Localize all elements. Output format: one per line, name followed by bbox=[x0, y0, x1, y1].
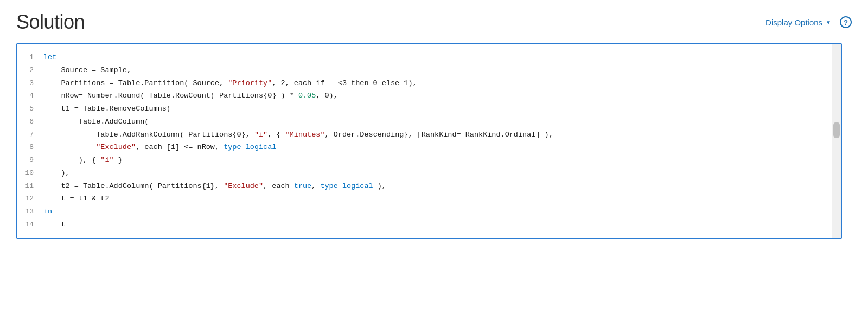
chevron-down-icon: ▼ bbox=[826, 20, 831, 25]
line-content: t1 = Table.RemoveColumns( bbox=[43, 102, 171, 115]
line-content: let bbox=[43, 51, 56, 64]
code-token: t bbox=[43, 220, 66, 229]
line-content: Table.AddColumn( bbox=[43, 115, 149, 128]
line-number: 1 bbox=[17, 51, 43, 64]
page-title: Solution bbox=[16, 11, 85, 34]
header-right: Display Options ▼ ? bbox=[762, 16, 852, 29]
page-container: Solution Display Options ▼ ? 1let2 Sourc… bbox=[0, 0, 868, 312]
header: Solution Display Options ▼ ? bbox=[16, 11, 852, 34]
display-options-button[interactable]: Display Options ▼ bbox=[762, 16, 834, 29]
line-number: 8 bbox=[17, 141, 43, 154]
code-token: "Priority" bbox=[228, 79, 272, 87]
code-token: , { bbox=[267, 131, 285, 139]
code-token: Table.AddColumn( bbox=[43, 118, 149, 126]
code-token: Partitions = Table.Partition( Source, bbox=[43, 79, 228, 87]
code-token: nRow= Number.Round( Table.RowCount( Part… bbox=[43, 92, 298, 100]
line-content: t bbox=[43, 218, 66, 231]
code-line: 6 Table.AddColumn( bbox=[17, 115, 841, 128]
line-content: Table.AddRankColumn( Partitions{0}, "i",… bbox=[43, 128, 553, 141]
code-line: 9 ), { "i" } bbox=[17, 154, 841, 167]
line-number: 14 bbox=[17, 219, 43, 231]
code-token: Source = Sample, bbox=[43, 66, 131, 74]
code-line: 13in bbox=[17, 205, 841, 218]
code-token: ), { bbox=[43, 156, 100, 164]
code-line: 1let bbox=[17, 51, 841, 64]
code-line: 4 nRow= Number.Round( Table.RowCount( Pa… bbox=[17, 89, 841, 102]
code-token: "Minutes" bbox=[285, 131, 325, 139]
line-number: 13 bbox=[17, 206, 43, 218]
line-number: 12 bbox=[17, 193, 43, 205]
code-token: } bbox=[114, 156, 123, 164]
code-token: ), bbox=[43, 169, 70, 177]
code-block[interactable]: 1let2 Source = Sample,3 Partitions = Tab… bbox=[17, 51, 841, 231]
line-number: 9 bbox=[17, 154, 43, 167]
code-token: t = t1 & t2 bbox=[43, 194, 110, 203]
code-token: let bbox=[43, 53, 56, 61]
line-content: "Exclude", each [i] <= nRow, type logica… bbox=[43, 141, 276, 154]
help-button[interactable]: ? bbox=[840, 16, 852, 28]
code-token: "Exclude" bbox=[43, 143, 136, 151]
line-content: Source = Sample, bbox=[43, 64, 131, 77]
bottom-spacer bbox=[16, 239, 852, 261]
code-token: type logical bbox=[320, 182, 373, 190]
code-line: 7 Table.AddRankColumn( Partitions{0}, "i… bbox=[17, 128, 841, 141]
code-token: type logical bbox=[224, 143, 276, 151]
code-token: true bbox=[294, 182, 311, 190]
line-content: in bbox=[43, 205, 52, 218]
code-token: , Order.Descending}, [RankKind= RankKind… bbox=[325, 131, 553, 139]
code-token: , 2, each if _ <3 then 0 else 1), bbox=[272, 79, 417, 87]
display-options-label: Display Options bbox=[765, 18, 822, 27]
line-number: 5 bbox=[17, 103, 43, 115]
code-token: t1 = Table.RemoveColumns( bbox=[43, 105, 171, 113]
help-icon-label: ? bbox=[844, 18, 848, 27]
code-line: 3 Partitions = Table.Partition( Source, … bbox=[17, 77, 841, 90]
line-number: 10 bbox=[17, 167, 43, 180]
code-token: 0.05 bbox=[298, 92, 316, 100]
code-token: , each bbox=[263, 182, 294, 190]
code-token: "Exclude" bbox=[224, 182, 263, 190]
code-token: t2 = Table.AddColumn( Partitions{1}, bbox=[43, 182, 224, 190]
line-number: 2 bbox=[17, 64, 43, 77]
code-token: , 0), bbox=[316, 92, 338, 100]
code-line: 2 Source = Sample, bbox=[17, 64, 841, 77]
line-content: ), { "i" } bbox=[43, 154, 123, 167]
line-content: nRow= Number.Round( Table.RowCount( Part… bbox=[43, 89, 338, 102]
line-content: Partitions = Table.Partition( Source, "P… bbox=[43, 77, 417, 90]
code-line: 14 t bbox=[17, 218, 841, 231]
line-number: 7 bbox=[17, 129, 43, 141]
code-token: Table.AddRankColumn( Partitions{0}, bbox=[43, 131, 254, 139]
code-token: in bbox=[43, 207, 52, 216]
code-line: 11 t2 = Table.AddColumn( Partitions{1}, … bbox=[17, 180, 841, 193]
code-token: "i" bbox=[100, 156, 113, 164]
code-container: 1let2 Source = Sample,3 Partitions = Tab… bbox=[16, 43, 842, 239]
line-content: ), bbox=[43, 167, 70, 180]
code-line: 5 t1 = Table.RemoveColumns( bbox=[17, 102, 841, 115]
line-number: 11 bbox=[17, 180, 43, 193]
line-number: 6 bbox=[17, 116, 43, 128]
line-number: 4 bbox=[17, 90, 43, 102]
code-token: ), bbox=[373, 182, 386, 190]
scrollbar-thumb[interactable] bbox=[833, 122, 840, 138]
code-line: 12 t = t1 & t2 bbox=[17, 192, 841, 205]
scrollbar[interactable] bbox=[832, 44, 841, 238]
code-token: , bbox=[311, 182, 320, 190]
code-line: 10 ), bbox=[17, 167, 841, 180]
line-number: 3 bbox=[17, 77, 43, 90]
line-content: t2 = Table.AddColumn( Partitions{1}, "Ex… bbox=[43, 180, 386, 193]
line-content: t = t1 & t2 bbox=[43, 192, 110, 205]
code-token: , each [i] <= nRow, bbox=[136, 143, 224, 151]
code-line: 8 "Exclude", each [i] <= nRow, type logi… bbox=[17, 141, 841, 154]
code-token: "i" bbox=[254, 131, 267, 139]
